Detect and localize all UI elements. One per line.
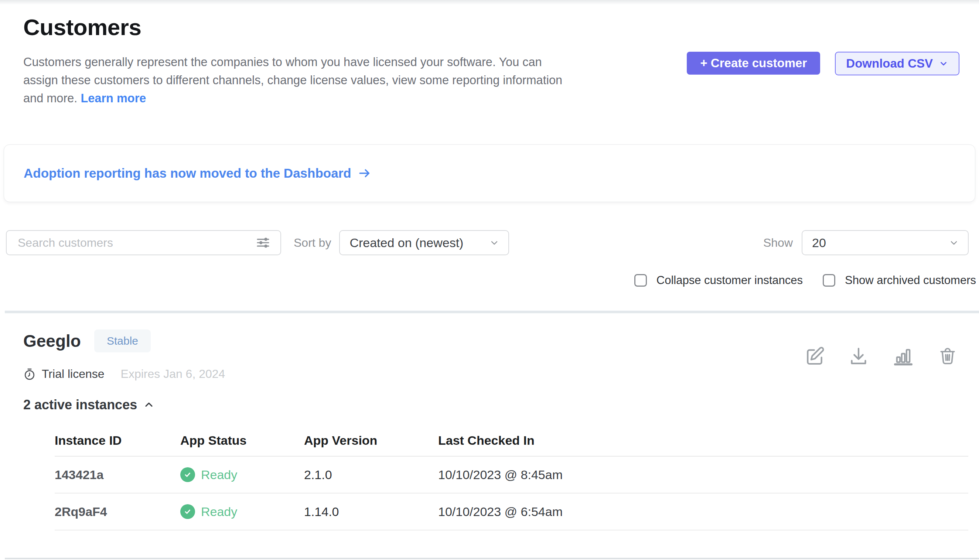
instances-table: Instance ID App Status App Version Last …	[55, 433, 968, 530]
download-icon	[849, 346, 869, 367]
sort-by-label: Sort by	[294, 236, 331, 250]
edit-customer-button[interactable]	[804, 346, 825, 367]
last-checked-in: 10/10/2023 @ 8:45am	[438, 468, 968, 482]
banner-text: Adoption reporting has now moved to the …	[23, 166, 351, 181]
sort-select[interactable]: Created on (newest)	[339, 230, 509, 255]
col-header-last-checked-in: Last Checked In	[438, 433, 968, 448]
table-row: 2Rq9aF4 Ready 1.14.0 10/10/2023 @ 6:54am	[55, 493, 968, 530]
description-line: assign these customers to different chan…	[23, 71, 637, 89]
active-instances-label: 2 active instances	[23, 397, 137, 413]
channel-badge: Stable	[94, 330, 151, 352]
analytics-icon	[892, 346, 914, 367]
show-archived-checkbox[interactable]	[823, 274, 835, 287]
search-input[interactable]	[18, 236, 255, 250]
instance-id: 143421a	[55, 468, 180, 482]
delete-customer-button[interactable]	[938, 346, 957, 367]
license-type-label: Trial license	[42, 367, 105, 381]
table-row: 143421a Ready 2.1.0 10/10/2023 @ 8:45am	[55, 457, 968, 493]
learn-more-link[interactable]: Learn more	[80, 92, 146, 105]
filter-controls: Sort by Created on (newest) Show 20	[0, 230, 979, 255]
collapse-instances-checkbox[interactable]	[634, 274, 647, 287]
app-status: Ready	[201, 505, 237, 519]
chevron-down-icon	[489, 238, 499, 248]
collapse-instances-option: Collapse customer instances	[634, 274, 803, 287]
customer-name: Geeglo	[23, 331, 81, 351]
instance-id: 2Rq9aF4	[55, 505, 180, 519]
clock-icon	[23, 368, 36, 381]
show-archived-option: Show archived customers	[823, 274, 976, 287]
page-title: Customers	[23, 15, 959, 40]
analytics-button[interactable]	[892, 346, 914, 367]
show-per-page-select[interactable]: 20	[802, 230, 969, 255]
download-csv-label: Download CSV	[846, 57, 933, 70]
adoption-reporting-banner[interactable]: Adoption reporting has now moved to the …	[4, 145, 975, 202]
app-status: Ready	[201, 468, 237, 482]
customer-card: Geeglo Stable Trial license Expires Jan …	[0, 313, 979, 530]
license-expiry: Expires Jan 6, 2024	[121, 367, 225, 381]
active-instances-toggle[interactable]: 2 active instances	[23, 397, 155, 413]
sort-select-value: Created on (newest)	[350, 236, 463, 250]
show-archived-label: Show archived customers	[845, 274, 976, 287]
last-checked-in: 10/10/2023 @ 6:54am	[438, 505, 968, 519]
chevron-up-icon	[143, 399, 155, 411]
page-header: Customers Customers generally represent …	[0, 5, 979, 107]
customer-actions	[804, 346, 957, 367]
col-header-instance-id: Instance ID	[55, 433, 180, 448]
download-customer-button[interactable]	[849, 346, 869, 367]
check-circle-icon	[180, 467, 195, 482]
search-customers-box	[6, 230, 281, 255]
display-options: Collapse customer instances Show archive…	[0, 274, 979, 287]
download-csv-button[interactable]: Download CSV	[835, 52, 959, 75]
arrow-right-icon	[358, 167, 371, 180]
page-description: Customers generally represent the compan…	[23, 53, 637, 107]
bottom-divider	[5, 558, 979, 559]
description-line: and more.	[23, 92, 77, 105]
trash-icon	[938, 346, 957, 367]
chevron-down-icon	[949, 238, 959, 248]
app-version: 1.14.0	[304, 505, 438, 519]
section-divider	[5, 311, 979, 313]
collapse-instances-label: Collapse customer instances	[657, 274, 803, 287]
app-version: 2.1.0	[304, 468, 438, 482]
show-label: Show	[763, 236, 793, 250]
page-top-edge	[0, 0, 979, 5]
col-header-app-status: App Status	[180, 433, 304, 448]
edit-icon	[804, 346, 825, 367]
create-customer-button[interactable]: + Create customer	[687, 52, 820, 75]
filter-sliders-icon[interactable]	[255, 235, 272, 250]
table-header-row: Instance ID App Status App Version Last …	[55, 433, 968, 457]
chevron-down-icon	[939, 59, 948, 68]
description-line: Customers generally represent the compan…	[23, 53, 637, 71]
col-header-app-version: App Version	[304, 433, 438, 448]
show-select-value: 20	[812, 236, 826, 250]
check-circle-icon	[180, 504, 195, 519]
